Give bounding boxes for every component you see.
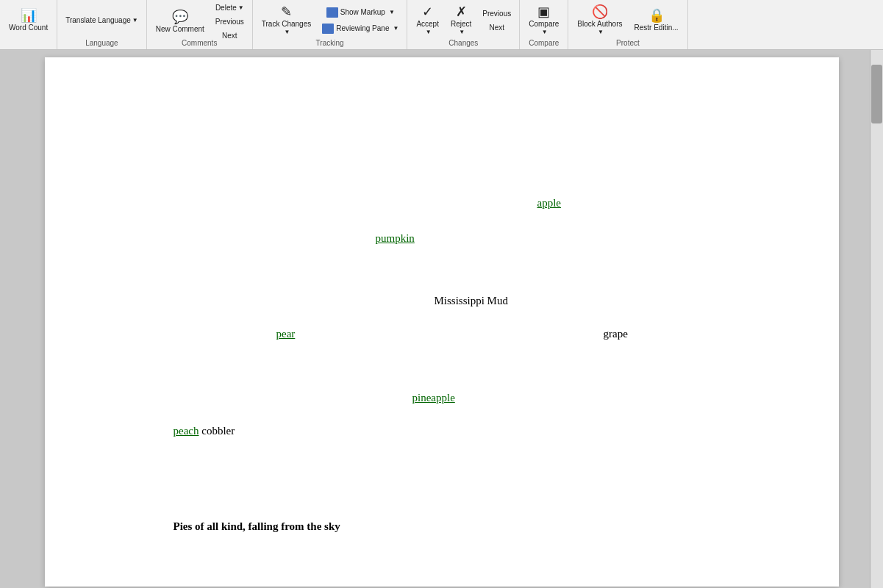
reject-dropdown-arrow: ▼ [459, 29, 465, 35]
right-gutter [870, 50, 883, 588]
protect-group: 🚫 Block Authors ▼ 🔒 Restr Editin... Prot… [568, 0, 687, 49]
restrict-editing-button[interactable]: 🔒 Restr Editin... [630, 6, 683, 35]
changes-group-label: Changes [407, 39, 519, 47]
restrict-editing-label: Restr Editin... [634, 24, 679, 32]
restrict-editing-icon: 🔒 [648, 9, 665, 22]
language-group-label: Language [57, 39, 146, 47]
next-change-button[interactable]: Next [479, 21, 515, 34]
previous-change-button[interactable]: Previous [479, 7, 515, 20]
comments-group: 💬 New Comment Delete ▼ Previous Next [147, 0, 253, 49]
compare-icon: ▣ [537, 5, 550, 18]
delete-button[interactable]: Delete ▼ [212, 1, 248, 14]
comments-group-label: Comments [147, 39, 252, 47]
block-authors-dropdown-arrow: ▼ [598, 29, 604, 35]
track-changes-label: Track Changes [262, 20, 311, 29]
word-count-label: Word Count [9, 24, 48, 32]
compare-button[interactable]: ▣ Compare ▼ [524, 2, 563, 38]
word-pear: pear [276, 328, 296, 340]
scrollbar-thumb[interactable] [871, 65, 882, 123]
track-changes-dropdown-arrow: ▼ [285, 29, 290, 35]
new-comment-icon: 💬 [172, 10, 188, 24]
word-count-group: 📊 Word Count [0, 0, 57, 49]
word-count-button[interactable]: 📊 Word Count [4, 6, 52, 35]
scrollbar-track[interactable] [870, 50, 883, 588]
translate-button[interactable]: Translate Language ▼ [62, 14, 142, 26]
delete-label: Delete [215, 4, 237, 12]
word-peach-cobbler: peach cobbler [174, 425, 235, 437]
block-authors-label: Block Authors [577, 20, 622, 29]
main-area: apple pumpkin Mississippi Mud pear grape… [0, 50, 883, 588]
page-content: apple pumpkin Mississippi Mud pear grape… [104, 101, 780, 588]
tracking-group: ✎ Track Changes ▼ Show Markup ▼ Reviewin… [253, 0, 408, 49]
compare-label: Compare [529, 20, 559, 29]
word-peach: peach [174, 425, 199, 437]
reviewing-pane-icon [322, 24, 334, 34]
delete-dropdown-arrow: ▼ [238, 4, 244, 11]
block-authors-button[interactable]: 🚫 Block Authors ▼ [573, 2, 626, 38]
show-markup-icon [326, 7, 338, 18]
word-pineapple: pineapple [412, 392, 455, 404]
document-area[interactable]: apple pumpkin Mississippi Mud pear grape… [13, 50, 870, 588]
reviewing-pane-label: Reviewing Pane [336, 24, 389, 32]
show-markup-button[interactable]: Show Markup ▼ [318, 5, 402, 20]
new-comment-button[interactable]: 💬 New Comment [151, 7, 209, 37]
track-changes-button[interactable]: ✎ Track Changes ▼ [257, 2, 315, 38]
word-apple: apple [537, 197, 561, 209]
show-markup-label: Show Markup [340, 8, 385, 16]
word-grape: grape [604, 328, 628, 340]
protect-group-label: Protect [568, 39, 687, 47]
reviewing-pane-button[interactable]: Reviewing Pane ▼ [318, 21, 402, 36]
accept-icon: ✓ [422, 5, 433, 18]
previous-change-label: Previous [482, 10, 511, 18]
reject-label: Reject [451, 20, 471, 29]
document-page[interactable]: apple pumpkin Mississippi Mud pear grape… [45, 57, 839, 587]
word-cobbler: cobbler [199, 425, 235, 437]
show-markup-dropdown-arrow: ▼ [389, 9, 395, 15]
block-authors-icon: 🚫 [592, 5, 608, 18]
new-comment-label: New Comment [156, 25, 204, 34]
accept-button[interactable]: ✓ Accept ▼ [412, 2, 443, 38]
compare-group-label: Compare [520, 39, 568, 47]
translate-dropdown-arrow: ▼ [132, 17, 138, 24]
word-mississippi-mud: Mississippi Mud [435, 295, 508, 307]
accept-label: Accept [416, 20, 439, 29]
translate-label: Translate Language [65, 16, 131, 24]
word-pumpkin: pumpkin [376, 232, 415, 245]
track-changes-icon: ✎ [281, 5, 292, 18]
reject-icon: ✗ [456, 5, 467, 18]
compare-group: ▣ Compare ▼ Compare [520, 0, 568, 49]
reject-button[interactable]: ✗ Reject ▼ [446, 2, 476, 38]
reviewing-pane-dropdown-arrow: ▼ [393, 25, 398, 32]
accept-dropdown-arrow: ▼ [426, 29, 432, 35]
changes-group: ✓ Accept ▼ ✗ Reject ▼ Previous Next Chan… [407, 0, 520, 49]
word-pies-line: Pies of all kind, falling from the sky [174, 520, 340, 533]
language-group: Translate Language ▼ Language [57, 0, 147, 49]
ribbon-toolbar: 📊 Word Count Translate Language ▼ Langua… [0, 0, 883, 50]
left-gutter [0, 50, 13, 588]
compare-dropdown-arrow: ▼ [542, 29, 548, 35]
word-count-icon: 📊 [21, 9, 37, 22]
next-change-label: Next [489, 24, 504, 32]
previous-button[interactable]: Previous [212, 15, 248, 28]
previous-label: Previous [215, 18, 244, 26]
tracking-group-label: Tracking [253, 39, 407, 47]
